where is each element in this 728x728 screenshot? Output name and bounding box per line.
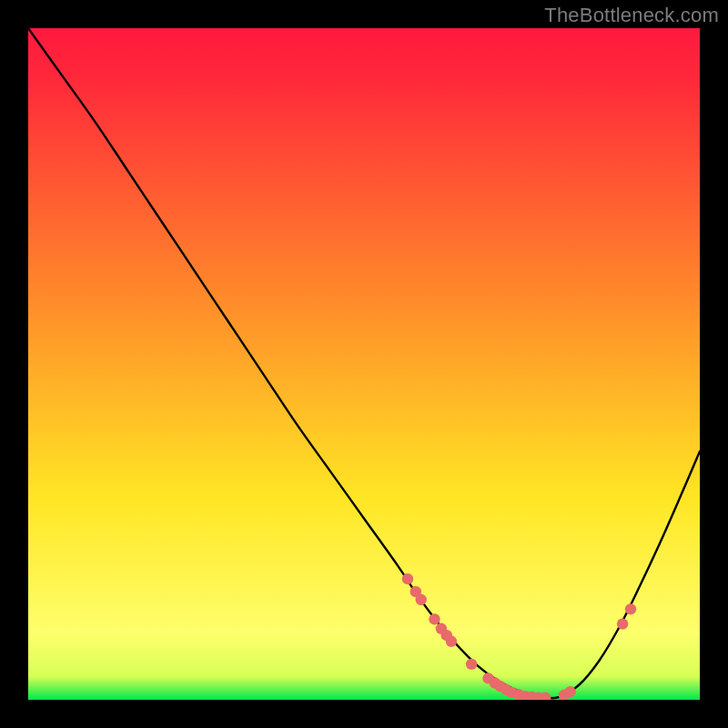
- data-marker: [617, 618, 628, 629]
- data-marker: [564, 686, 575, 697]
- gradient-plot: [28, 28, 700, 700]
- chart-svg: [28, 28, 700, 700]
- data-marker: [429, 613, 440, 624]
- data-marker: [625, 603, 636, 614]
- data-marker: [466, 659, 477, 670]
- data-marker: [416, 594, 427, 605]
- watermark-text: TheBottleneck.com: [544, 4, 719, 27]
- data-marker: [402, 573, 413, 584]
- chart-frame: TheBottleneck.com: [0, 0, 728, 728]
- plot-background: [28, 28, 700, 700]
- data-marker: [446, 636, 457, 647]
